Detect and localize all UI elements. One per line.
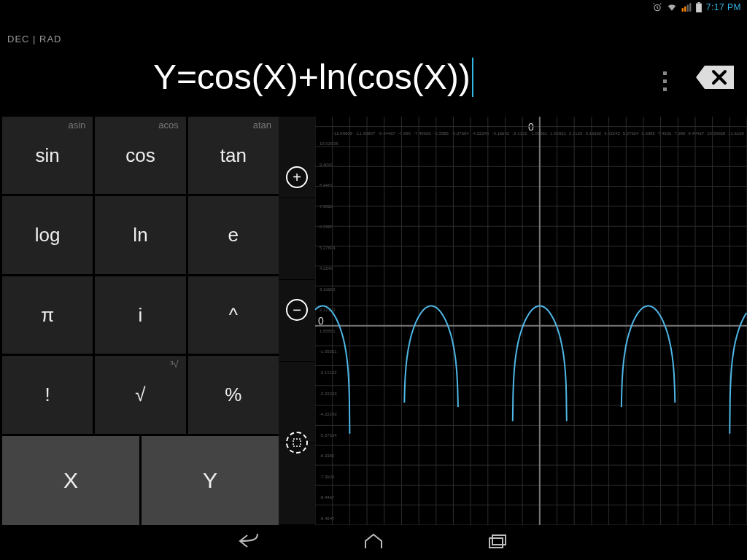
key-ln[interactable]: ln bbox=[95, 196, 185, 273]
zoom-fit-button[interactable] bbox=[286, 432, 308, 454]
key-caret[interactable]: ^ bbox=[188, 276, 279, 354]
svg-rect-1 bbox=[681, 8, 683, 12]
recents-icon[interactable] bbox=[487, 532, 508, 553]
expression-text: Y=cos(X)+ln(cos(X)) bbox=[153, 57, 471, 97]
angle-mode[interactable]: DEC | RAD bbox=[7, 34, 62, 44]
overflow-menu-icon[interactable] bbox=[663, 71, 667, 91]
graph-canvas[interactable]: 0 0 -12.99608-11.90807-9.44467-7.990-7.4… bbox=[315, 117, 747, 525]
main: asinsin acoscos atantan log ln e π i ^ !… bbox=[0, 117, 747, 525]
zoom-controls: + − bbox=[279, 117, 315, 525]
key-tan[interactable]: atantan bbox=[188, 117, 279, 194]
key-percent[interactable]: % bbox=[188, 356, 279, 433]
key-log[interactable]: log bbox=[2, 196, 93, 273]
expression-display[interactable]: Y=cos(X)+ln(cos(X)) bbox=[153, 57, 623, 97]
system-navbar bbox=[0, 525, 747, 560]
key-e[interactable]: e bbox=[188, 196, 279, 273]
key-pi[interactable]: π bbox=[2, 276, 93, 354]
svg-rect-6 bbox=[697, 2, 700, 4]
key-var-y[interactable]: Y bbox=[142, 436, 279, 525]
alarm-icon bbox=[652, 2, 662, 12]
key-sqrt[interactable]: ³√√ bbox=[95, 356, 185, 433]
header: DEC | RAD Y=cos(X)+ln(cos(X)) bbox=[0, 15, 747, 117]
svg-rect-57 bbox=[489, 538, 503, 548]
battery-icon bbox=[696, 2, 702, 12]
signal-icon bbox=[681, 2, 692, 12]
home-icon[interactable] bbox=[363, 532, 384, 553]
svg-rect-7 bbox=[293, 439, 301, 446]
plot-svg bbox=[315, 117, 747, 525]
svg-rect-58 bbox=[492, 535, 506, 545]
key-var-x[interactable]: X bbox=[2, 436, 139, 525]
wifi-icon bbox=[667, 2, 677, 12]
key-i[interactable]: i bbox=[95, 276, 185, 354]
zoom-in-button[interactable]: + bbox=[286, 166, 308, 188]
backspace-button[interactable] bbox=[696, 66, 734, 92]
svg-rect-3 bbox=[686, 5, 688, 12]
keypad: asinsin acoscos atantan log ln e π i ^ !… bbox=[0, 117, 279, 525]
text-cursor bbox=[472, 58, 473, 97]
key-sin[interactable]: asinsin bbox=[2, 117, 93, 194]
key-factorial[interactable]: ! bbox=[2, 356, 93, 433]
zoom-out-button[interactable]: − bbox=[286, 299, 308, 321]
back-icon[interactable] bbox=[239, 532, 260, 553]
key-cos[interactable]: acoscos bbox=[95, 117, 185, 194]
svg-rect-2 bbox=[684, 7, 686, 12]
status-bar: 7:17 PM bbox=[0, 0, 747, 15]
svg-rect-5 bbox=[696, 4, 702, 12]
status-time: 7:17 PM bbox=[706, 2, 741, 12]
svg-rect-4 bbox=[689, 3, 691, 12]
